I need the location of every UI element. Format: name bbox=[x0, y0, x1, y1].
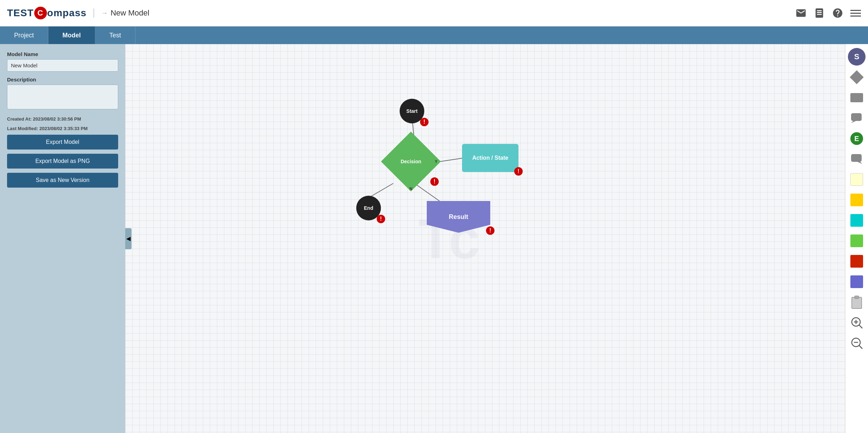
speech-right-icon bbox=[850, 112, 863, 124]
collapse-icon: ◀ bbox=[126, 235, 130, 242]
tool-color-yellow[interactable] bbox=[848, 191, 866, 209]
color-cyan-icon bbox=[850, 214, 863, 227]
nav-tabs: Project Model Test bbox=[0, 26, 868, 44]
created-at-label: Created At: bbox=[7, 116, 32, 122]
end-label: End bbox=[364, 205, 373, 211]
svg-marker-5 bbox=[851, 121, 856, 123]
tool-speech-left[interactable] bbox=[848, 150, 866, 168]
color-purple-icon bbox=[850, 275, 863, 288]
tab-project[interactable]: Project bbox=[0, 26, 48, 44]
svg-rect-9 bbox=[855, 296, 859, 299]
tool-color-red[interactable] bbox=[848, 252, 866, 270]
e-node-icon: E bbox=[850, 132, 863, 145]
last-modified-label: Last Modified: bbox=[7, 126, 38, 131]
action-state-label: Action / State bbox=[472, 155, 508, 161]
color-yellow-icon bbox=[850, 194, 863, 206]
book-icon[interactable] bbox=[814, 7, 825, 19]
save-version-button[interactable]: Save as New Version bbox=[7, 173, 118, 188]
tool-clipboard[interactable] bbox=[848, 293, 866, 311]
user-avatar-icon: S bbox=[848, 48, 866, 66]
sidebar-collapse-toggle[interactable]: ◀ bbox=[125, 228, 132, 249]
tool-color-green[interactable] bbox=[848, 232, 866, 250]
export-model-button[interactable]: Export Model bbox=[7, 135, 118, 150]
header-icons bbox=[795, 7, 861, 19]
sidebar: Model Name Description Created At: 2023/… bbox=[0, 44, 125, 433]
last-modified-value: 2023/08/02 3:35:33 PM bbox=[40, 126, 88, 131]
result-label: Result bbox=[449, 213, 468, 221]
clipboard-icon bbox=[850, 295, 863, 309]
action-state-error-badge: ! bbox=[514, 167, 523, 176]
color-green-icon bbox=[850, 234, 863, 247]
action-state-rect: Action / State bbox=[462, 144, 518, 172]
tool-zoom-out[interactable] bbox=[848, 334, 866, 352]
tool-user-avatar[interactable]: S bbox=[848, 48, 866, 66]
svg-rect-6 bbox=[851, 154, 862, 162]
logo-test: TEST bbox=[7, 7, 34, 19]
decision-label: Decision bbox=[401, 159, 421, 164]
decision-node[interactable]: Decision Y N ! bbox=[388, 139, 434, 184]
tab-model[interactable]: Model bbox=[48, 26, 95, 44]
export-png-button[interactable]: Export Model as PNG bbox=[7, 154, 118, 169]
main-area: Model Name Description Created At: 2023/… bbox=[0, 44, 868, 433]
model-title-text: New Model bbox=[110, 8, 149, 18]
tab-test[interactable]: Test bbox=[95, 26, 135, 44]
title-arrow: → bbox=[101, 10, 108, 17]
result-shape: Result bbox=[427, 201, 490, 233]
connection-lines bbox=[125, 44, 845, 433]
model-name-label: Model Name bbox=[7, 51, 118, 57]
svg-line-2 bbox=[370, 183, 393, 197]
tool-speech-right[interactable] bbox=[848, 109, 866, 127]
svg-marker-7 bbox=[857, 162, 862, 164]
tool-rectangle[interactable] bbox=[848, 89, 866, 107]
diamond-icon bbox=[850, 70, 864, 84]
decision-y-label: Y bbox=[435, 159, 437, 164]
logo-ompass: ompass bbox=[47, 7, 87, 19]
logo-area: TESTCompass → New Model bbox=[7, 7, 149, 19]
last-modified: Last Modified: 2023/08/02 3:35:33 PM bbox=[7, 125, 118, 133]
description-input[interactable] bbox=[7, 85, 118, 109]
tool-diamond[interactable] bbox=[848, 68, 866, 86]
model-title-area: → New Model bbox=[93, 8, 149, 18]
header: TESTCompass → New Model bbox=[0, 0, 868, 26]
tool-palette: S E bbox=[845, 44, 868, 433]
svg-rect-4 bbox=[851, 113, 862, 121]
end-error-badge: ! bbox=[377, 215, 385, 223]
tool-color-yellow-light[interactable] bbox=[848, 170, 866, 189]
tool-e-node[interactable]: E bbox=[848, 129, 866, 148]
menu-icon[interactable] bbox=[850, 10, 861, 17]
created-at: Created At: 2023/08/02 3:30:56 PM bbox=[7, 116, 118, 123]
start-node[interactable]: Start ! bbox=[400, 99, 424, 123]
logo-c: C bbox=[34, 7, 47, 19]
decision-n-label: N bbox=[409, 187, 412, 191]
mail-icon[interactable] bbox=[795, 7, 807, 19]
svg-line-16 bbox=[859, 346, 862, 349]
description-label: Description bbox=[7, 77, 118, 83]
tool-color-cyan[interactable] bbox=[848, 211, 866, 230]
help-icon[interactable] bbox=[832, 7, 843, 19]
tool-color-purple[interactable] bbox=[848, 273, 866, 291]
diagram-canvas[interactable]: Tc Start ! Deci bbox=[125, 44, 845, 433]
end-node[interactable]: End ! bbox=[356, 196, 381, 220]
created-at-value: 2023/08/02 3:30:56 PM bbox=[33, 116, 81, 122]
color-yellow-light-icon bbox=[850, 173, 863, 186]
action-state-node[interactable]: Action / State ! bbox=[462, 144, 518, 172]
model-name-input[interactable] bbox=[7, 59, 118, 72]
decision-error-badge: ! bbox=[430, 177, 439, 186]
start-label: Start bbox=[406, 108, 418, 114]
logo: TESTCompass bbox=[7, 7, 86, 19]
zoom-out-icon bbox=[850, 337, 863, 349]
zoom-in-icon bbox=[850, 316, 863, 329]
tool-zoom-in[interactable] bbox=[848, 313, 866, 332]
result-node[interactable]: Result ! bbox=[427, 201, 490, 233]
speech-left-icon bbox=[850, 153, 863, 165]
svg-line-13 bbox=[859, 325, 862, 328]
result-error-badge: ! bbox=[486, 226, 494, 235]
color-red-icon bbox=[850, 255, 863, 268]
rectangle-icon bbox=[850, 93, 863, 102]
start-error-badge: ! bbox=[420, 118, 429, 126]
svg-rect-8 bbox=[852, 297, 862, 309]
